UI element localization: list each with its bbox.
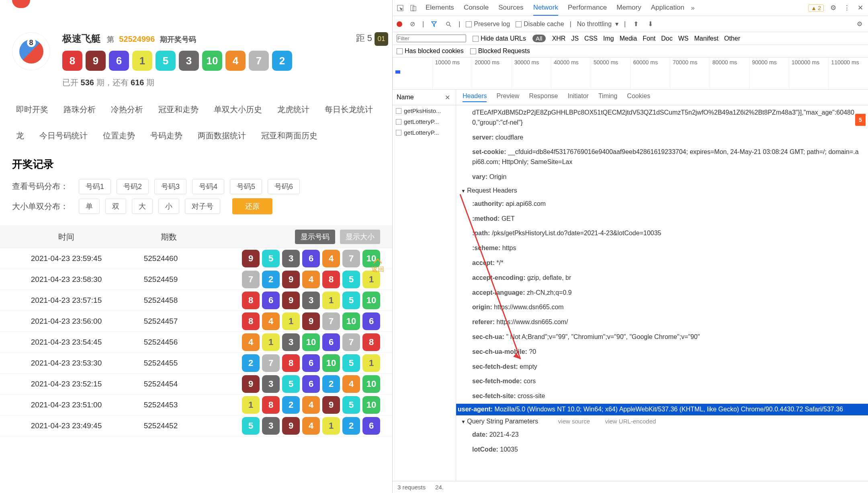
type-filter[interactable]: Doc — [661, 35, 672, 42]
devtools-tab[interactable]: Sources — [498, 0, 523, 16]
gear-icon[interactable]: ⚙ — [829, 4, 837, 12]
ball-6: 6 — [362, 312, 380, 330]
devtools-tab[interactable]: Performance — [568, 0, 607, 16]
type-filter[interactable]: CSS — [584, 35, 598, 42]
tab-item[interactable]: 号码走势 — [150, 130, 182, 141]
preserve-log[interactable]: Preserve log — [466, 21, 510, 28]
gear-icon[interactable]: ⚙ — [855, 20, 864, 29]
tab-item[interactable]: 今日号码统计 — [39, 130, 88, 141]
detail-tab[interactable]: Response — [529, 92, 558, 102]
page-content: 距 501 极速飞艇 第 52524996 期开奖号码 89615310472 … — [0, 0, 392, 493]
filter-pill[interactable]: 对子号 — [185, 199, 220, 214]
tab-item[interactable]: 龙 — [16, 130, 24, 141]
filter-pill[interactable]: 小 — [158, 199, 179, 214]
close-icon[interactable]: ✕ — [856, 4, 865, 12]
close-panel-icon[interactable]: ✕ — [443, 93, 452, 102]
download-icon[interactable]: ⬇ — [646, 20, 655, 29]
view-url-encoded[interactable]: view URL-encoded — [605, 418, 656, 425]
timeline[interactable]: 10000 ms20000 ms30000 ms40000 ms50000 ms… — [393, 58, 868, 90]
tab-item[interactable]: 冷热分析 — [111, 104, 143, 115]
ball-7: 7 — [342, 250, 360, 267]
detail-tab[interactable]: Cookies — [627, 92, 650, 102]
ball-10: 10 — [362, 375, 380, 393]
devtools-tab[interactable]: Elements — [426, 0, 454, 16]
table-row: 2021-04-23 23:54:455252445641310678 — [0, 332, 392, 353]
show-number-button[interactable]: 显示号码 — [295, 230, 335, 244]
tab-item[interactable]: 位置走势 — [103, 130, 135, 141]
kebab-icon[interactable]: ⋮ — [842, 4, 851, 12]
tab-item[interactable]: 龙虎统计 — [277, 104, 309, 115]
warning-badge[interactable]: ▲2 — [808, 4, 824, 12]
ball-3: 3 — [262, 417, 280, 435]
detail-tab[interactable]: Initiator — [567, 92, 588, 102]
tab-item[interactable]: 即时开奖 — [16, 104, 48, 115]
filter-pill[interactable]: 号码3 — [154, 179, 186, 194]
type-filter[interactable]: JS — [571, 35, 579, 42]
devtools-tab[interactable]: Console — [464, 0, 489, 16]
record-icon[interactable] — [397, 21, 402, 27]
tab-item[interactable]: 两面数据统计 — [198, 130, 246, 141]
filter-pill[interactable]: 大 — [132, 199, 153, 214]
filter-input[interactable] — [397, 35, 466, 42]
show-size-button[interactable]: 显示大小 — [340, 230, 380, 244]
svg-rect-1 — [411, 5, 414, 11]
request-item[interactable]: getPksHisto... — [393, 105, 456, 116]
type-filter[interactable]: WS — [678, 35, 689, 42]
filter-pill[interactable]: 号码2 — [117, 179, 149, 194]
html5-badge: 5 — [855, 114, 866, 126]
type-filter[interactable]: Manifest — [694, 35, 718, 42]
blocked-requests[interactable]: Blocked Requests — [470, 47, 530, 55]
table-header: 时间 期数 显示号码 显示大小 — [0, 226, 392, 248]
type-filter[interactable]: Other — [724, 35, 740, 42]
detail-tab[interactable]: Timing — [598, 92, 617, 102]
type-filter[interactable]: Font — [643, 35, 655, 42]
devtools-tab[interactable]: Application — [651, 0, 684, 16]
tab-item[interactable]: 路珠分析 — [63, 104, 96, 115]
tab-item[interactable]: 每日长龙统计 — [325, 104, 373, 115]
ball-8: 8 — [322, 271, 340, 288]
throttling-select[interactable]: No throttling ▾ — [577, 20, 618, 28]
tab-item[interactable]: 冠亚和走势 — [158, 104, 199, 115]
detail-tab[interactable]: Headers — [463, 92, 487, 102]
hide-urls[interactable]: Hide data URLs — [473, 35, 526, 42]
ball-2: 2 — [282, 396, 300, 414]
ball-1: 1 — [322, 417, 340, 435]
ball-6: 6 — [302, 354, 320, 372]
inspect-icon[interactable] — [396, 4, 405, 12]
more-tabs-icon[interactable]: » — [688, 4, 697, 12]
request-item[interactable]: getLotteryP... — [393, 127, 456, 138]
tab-item[interactable]: 冠亚和两面历史 — [261, 130, 317, 141]
filter-pill[interactable]: 号码5 — [230, 179, 262, 194]
upload-icon[interactable]: ⬆ — [631, 20, 640, 29]
devtools-tab[interactable]: Network — [533, 0, 558, 16]
detail-tab[interactable]: Preview — [496, 92, 519, 102]
request-headers-section[interactable]: Request Headers — [456, 185, 868, 197]
type-filter[interactable]: Img — [603, 35, 614, 42]
query-string-section[interactable]: Query String Parameters — [456, 415, 543, 427]
devtools-tab[interactable]: Memory — [616, 0, 641, 16]
filter-pill[interactable]: 双 — [105, 199, 126, 214]
header-row: referer: https://www.dsn665.com/ — [456, 315, 868, 330]
ball-4: 4 — [242, 333, 260, 351]
tab-item[interactable]: 单双大小历史 — [214, 104, 262, 115]
type-filter[interactable]: Media — [620, 35, 637, 42]
filter-pill[interactable]: 号码1 — [79, 179, 111, 194]
filter-pill[interactable]: 单 — [79, 199, 100, 214]
filter-all[interactable]: All — [532, 35, 546, 42]
reset-button[interactable]: 还原 — [232, 198, 272, 214]
type-filter[interactable]: XHR — [552, 35, 566, 42]
filter-pill[interactable]: 号码6 — [268, 179, 300, 194]
filter-icon[interactable] — [430, 20, 438, 29]
table-row: 2021-04-23 23:49:45525244525394126 — [0, 415, 392, 436]
search-icon[interactable] — [444, 20, 453, 29]
ball-10: 10 — [322, 354, 340, 372]
filter-pill[interactable]: 号码4 — [192, 179, 224, 194]
request-item[interactable]: getLotteryP... — [393, 116, 456, 127]
disable-cache[interactable]: Disable cache — [516, 21, 564, 28]
view-source[interactable]: view source — [558, 418, 590, 425]
user-agent-header[interactable]: user-agent: Mozilla/5.0 (Windows NT 10.0… — [456, 404, 868, 415]
blocked-cookies[interactable]: Has blocked cookies — [397, 47, 464, 55]
device-icon[interactable] — [409, 4, 418, 12]
back-button[interactable]: 返回 — [371, 257, 384, 274]
clear-icon[interactable]: ⊘ — [408, 20, 417, 29]
